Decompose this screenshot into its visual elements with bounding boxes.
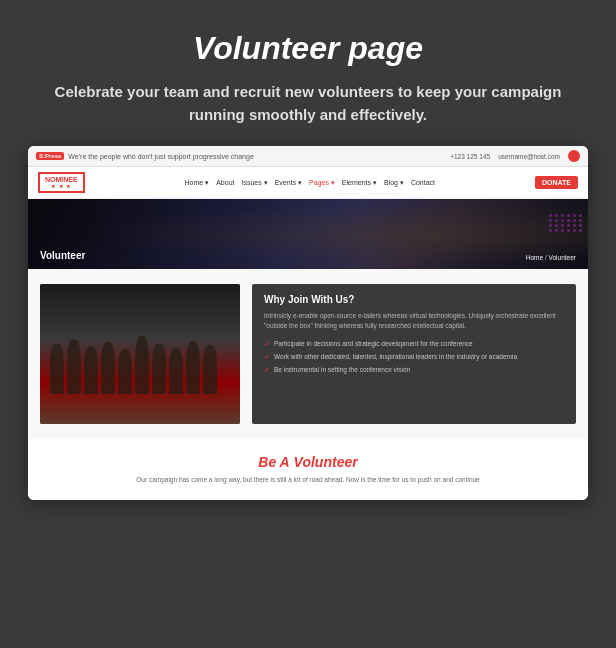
why-join-title: Why Join With Us? xyxy=(264,294,564,305)
browser-mockup: S:Press We're the people who don't just … xyxy=(28,146,588,500)
topbar-right: +123 125 145 username@host.com xyxy=(450,150,580,162)
hero-breadcrumb: Home / Volunteer xyxy=(526,254,576,261)
user-icon xyxy=(568,150,580,162)
check-icon-3: ✓ xyxy=(264,366,270,374)
topbar-left: S:Press We're the people who don't just … xyxy=(36,152,254,160)
nav-bar: NOMINEE ★ ★ ★ Home ▾ About Issues ▾ Even… xyxy=(28,167,588,199)
topbar-tagline: We're the people who don't just support … xyxy=(68,153,253,160)
phone-number: +123 125 145 xyxy=(450,153,490,160)
nav-about[interactable]: About xyxy=(216,179,234,186)
page-subtitle: Celebrate your team and recruit new volu… xyxy=(48,81,568,126)
donate-button[interactable]: DONATE xyxy=(535,176,578,189)
email-address: username@host.com xyxy=(498,153,560,160)
checklist-item-3: ✓ Be instrumental in setting the confere… xyxy=(264,365,564,374)
logo-stars: ★ ★ ★ xyxy=(45,183,78,189)
hero-section: Volunteer Home / Volunteer xyxy=(28,199,588,269)
checklist-item-2: ✓ Work with other dedicated, talented, i… xyxy=(264,352,564,361)
page-header: Volunteer page Celebrate your team and r… xyxy=(48,30,568,126)
group-figures xyxy=(50,336,230,394)
page-title: Volunteer page xyxy=(48,30,568,67)
content-section: Why Join With Us? Intrinsicly e-enable o… xyxy=(28,269,588,439)
dots-decoration xyxy=(549,214,583,232)
checklist-item-1: ✓ Participate in decisions and strategic… xyxy=(264,339,564,348)
nav-blog[interactable]: Blog ▾ xyxy=(384,179,404,187)
nav-issues[interactable]: Issues ▾ xyxy=(241,179,267,187)
content-text: Why Join With Us? Intrinsicly e-enable o… xyxy=(252,284,576,424)
nav-links: Home ▾ About Issues ▾ Events ▾ Pages ▾ E… xyxy=(95,179,525,187)
nav-pages[interactable]: Pages ▾ xyxy=(309,179,335,187)
breadcrumb-home: Home xyxy=(526,254,543,261)
hero-title: Volunteer xyxy=(40,250,85,261)
cta-title-prefix: Be A xyxy=(258,454,289,470)
content-image xyxy=(40,284,240,424)
breadcrumb-current: Volunteer xyxy=(549,254,576,261)
nav-contact[interactable]: Contact xyxy=(411,179,435,186)
check-icon-1: ✓ xyxy=(264,340,270,348)
cta-section: Be A Volunteer Our campaign has come a l… xyxy=(28,439,588,500)
browser-topbar: S:Press We're the people who don't just … xyxy=(28,146,588,167)
cta-title: Be A Volunteer xyxy=(40,454,576,470)
hero-text: Volunteer xyxy=(40,250,85,261)
why-join-description: Intrinsicly e-enable open-source e-taile… xyxy=(264,311,564,331)
nav-home[interactable]: Home ▾ xyxy=(185,179,210,187)
cta-subtitle: Our campaign has come a long way, but th… xyxy=(40,475,576,485)
logo-text: NOMINEE xyxy=(45,176,78,183)
check-text-3: Be instrumental in setting the conferenc… xyxy=(274,365,410,374)
site-tag: S:Press xyxy=(36,152,64,160)
cta-title-highlight: Volunteer xyxy=(294,454,358,470)
check-text-2: Work with other dedicated, talented, ins… xyxy=(274,352,517,361)
nav-elements[interactable]: Elements ▾ xyxy=(342,179,377,187)
hero-overlay xyxy=(28,199,588,269)
check-text-1: Participate in decisions and strategic d… xyxy=(274,339,473,348)
content-row: Why Join With Us? Intrinsicly e-enable o… xyxy=(40,284,576,424)
check-icon-2: ✓ xyxy=(264,353,270,361)
nav-logo: NOMINEE ★ ★ ★ xyxy=(38,172,85,193)
nav-events[interactable]: Events ▾ xyxy=(275,179,302,187)
